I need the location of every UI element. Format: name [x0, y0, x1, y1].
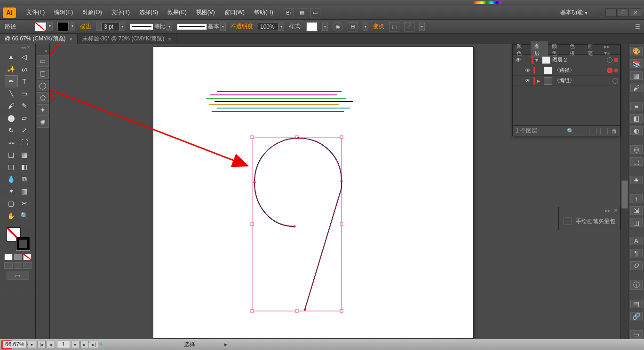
menu-help[interactable]: 帮助(H) — [249, 7, 278, 18]
opacity-input[interactable] — [258, 23, 278, 31]
transform-link[interactable]: 变换 — [373, 23, 384, 31]
scale-tool[interactable]: ⤢ — [18, 124, 31, 136]
zoom-dropdown[interactable]: ▾ — [28, 341, 36, 348]
layer-name[interactable]: 〈编组〉 — [554, 77, 611, 84]
menu-window[interactable]: 窗口(W) — [220, 7, 249, 18]
rounded-rect-shape[interactable]: ▢ — [37, 68, 49, 79]
color-solid-icon[interactable] — [4, 254, 13, 260]
tab-swatches[interactable]: 色板 — [566, 41, 584, 58]
transform-panel-icon[interactable]: ⇲ — [630, 206, 643, 215]
align-dropdown[interactable]: ▾ — [363, 23, 368, 31]
fill-swatch[interactable] — [35, 22, 46, 31]
color-gradient-icon[interactable] — [14, 254, 22, 260]
pencil-tool[interactable]: ✎ — [18, 100, 31, 112]
scroll-thumb[interactable] — [621, 180, 628, 209]
mesh-tool[interactable]: ▤ — [5, 161, 18, 173]
artboards-panel-icon[interactable]: ▭ — [630, 330, 643, 339]
paintbrush-tool[interactable]: 🖌 — [5, 100, 18, 112]
pathfinder-panel-icon[interactable]: ◫ — [630, 218, 643, 227]
symbols-panel-icon[interactable]: ♣ — [630, 176, 643, 184]
menu-edit[interactable]: 编辑(E) — [49, 7, 78, 18]
direct-selection-tool[interactable]: ◁ — [18, 51, 31, 63]
maximize-button[interactable]: ☐ — [618, 8, 629, 17]
new-sublayer-icon[interactable] — [589, 128, 596, 134]
close-icon[interactable]: × — [168, 36, 171, 42]
color-panel-icon[interactable]: 🎨 — [630, 47, 643, 55]
visibility-icon[interactable]: 👁 — [515, 57, 522, 63]
selection-tool[interactable]: ▲ — [5, 51, 18, 63]
panel-collapse-icon[interactable]: ▸▸ ▾≡ — [601, 43, 620, 56]
stroke-link[interactable]: 描边 — [80, 23, 91, 31]
swatches-panel-icon[interactable]: ▦ — [630, 71, 643, 80]
disclosure-icon[interactable]: ▾ — [535, 57, 540, 63]
shape-builder-tool[interactable]: ◫ — [5, 148, 18, 161]
magic-wand-tool[interactable]: ✨ — [5, 63, 18, 75]
links-panel-icon[interactable]: 🔗 — [630, 312, 643, 320]
brush-library-icon[interactable] — [564, 218, 572, 225]
fill-stroke-indicator[interactable] — [5, 226, 31, 252]
flare-shape[interactable]: ✺ — [37, 117, 49, 128]
tab-layers[interactable]: 图层 — [531, 41, 549, 58]
stroke-profile-preview[interactable] — [130, 23, 153, 30]
vertical-scrollbar[interactable] — [620, 44, 628, 339]
free-transform-tool[interactable]: ⛶ — [18, 136, 31, 148]
align-panel-icon[interactable]: ⫞ — [630, 194, 643, 202]
star-shape[interactable]: ✦ — [37, 104, 49, 116]
artboard-number[interactable]: 1 — [57, 341, 70, 348]
draw-normal-icon[interactable] — [4, 262, 13, 269]
rectangle-shape[interactable]: ▭ — [37, 55, 49, 67]
gradient-panel-icon[interactable]: ◧ — [630, 114, 643, 123]
target-icon[interactable] — [607, 57, 612, 63]
layer-name[interactable]: 图层 2 — [552, 56, 605, 63]
eyedropper-tool[interactable]: 💧 — [5, 173, 18, 185]
graphic-styles-icon[interactable]: ⬚ — [630, 157, 643, 166]
recolor-icon[interactable]: ◉ — [333, 22, 343, 31]
rotate-tool[interactable]: ↻ — [5, 124, 18, 136]
flyout-grip[interactable]: ✕ — [37, 49, 49, 54]
slice-tool[interactable]: ✂ — [18, 197, 31, 210]
status-menu-icon[interactable]: ▸ — [224, 341, 227, 348]
stroke-dropdown[interactable]: ▾ — [70, 22, 75, 31]
lasso-tool[interactable]: ᔕ — [18, 63, 31, 75]
color-none-icon[interactable] — [23, 254, 32, 260]
stroke-weight-dropdown[interactable]: ▾ — [119, 23, 125, 31]
menu-select[interactable]: 选择(S) — [135, 7, 163, 18]
layer-row[interactable]: 👁 ▸ 〈编组〉 — [513, 76, 620, 86]
stroke-panel-icon[interactable]: ≡ — [630, 102, 643, 110]
first-artboard-button[interactable]: |◂ — [37, 341, 46, 348]
appearance-panel-icon[interactable]: ◎ — [630, 145, 643, 154]
layers-panel-icon[interactable]: 📚 — [630, 59, 643, 68]
hand-tool[interactable]: ✋ — [5, 210, 18, 222]
draw-behind-icon[interactable] — [14, 262, 22, 269]
brushes-panel-icon[interactable]: 🖌 — [630, 84, 643, 92]
zoom-tool[interactable]: 🔍 — [18, 210, 31, 222]
doc-tab-active[interactable]: @ 66.67% (CMYK/预览) × — [0, 34, 78, 44]
zoom-level[interactable]: 66.67% — [3, 341, 27, 348]
menu-file[interactable]: 文件(F) — [22, 7, 49, 18]
workspace-switcher[interactable]: 基本功能 ▾ — [560, 8, 588, 16]
screen-mode-icon[interactable]: ▭ — [310, 8, 320, 17]
menu-type[interactable]: 文字(T) — [107, 7, 135, 18]
draw-inside-icon[interactable] — [23, 262, 32, 269]
opentype-panel-icon[interactable]: 𝑂 — [630, 261, 643, 270]
paragraph-panel-icon[interactable]: ¶ — [630, 249, 643, 257]
menu-effect[interactable]: 效果(C) — [163, 7, 191, 18]
tab-color2[interactable]: 颜色 — [548, 41, 566, 58]
menu-object[interactable]: 对象(O) — [78, 7, 106, 18]
make-clip-icon[interactable] — [578, 128, 585, 134]
gradient-tool[interactable]: ◧ — [18, 161, 31, 173]
tab-brushes[interactable]: 画笔 — [584, 41, 602, 58]
last-artboard-button[interactable]: ▸| — [90, 341, 98, 348]
close-button[interactable]: ✕ — [630, 8, 641, 17]
character-panel-icon[interactable]: A — [630, 237, 643, 245]
stroke-weight-input[interactable] — [102, 23, 119, 31]
transparency-panel-icon[interactable]: ◐ — [630, 126, 643, 135]
actions-panel-icon[interactable]: ▤ — [630, 300, 643, 308]
delete-layer-icon[interactable]: 🗑 — [612, 128, 617, 134]
line-tool[interactable]: ╲ — [5, 87, 18, 100]
minimize-button[interactable]: — — [605, 8, 617, 17]
close-icon[interactable]: × — [70, 36, 72, 42]
artboard-tool[interactable]: ▢ — [5, 197, 18, 210]
polygon-shape[interactable]: ⬠ — [37, 92, 49, 103]
type-tool[interactable]: T — [18, 75, 31, 87]
